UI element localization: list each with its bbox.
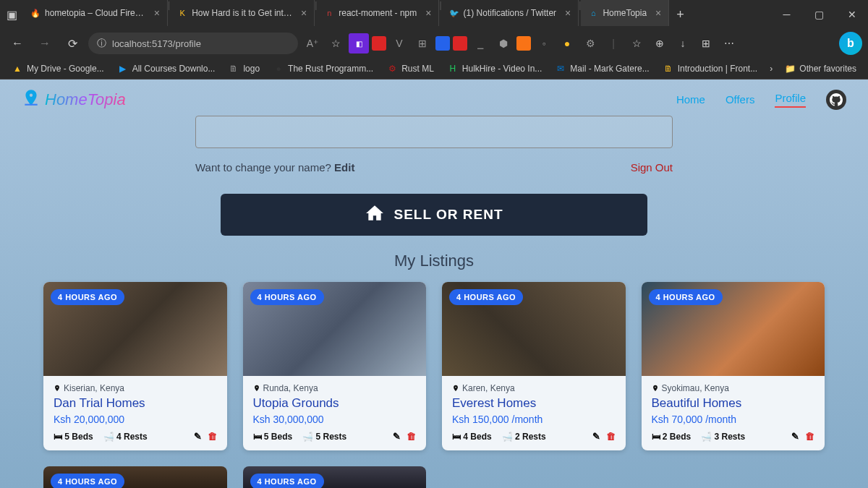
listing-card[interactable]: 4 HOURS AGO Karen, Kenya Everest Homes K… bbox=[442, 282, 626, 450]
ext-icon[interactable] bbox=[435, 36, 450, 51]
downloads-icon[interactable]: ↓ bbox=[673, 33, 693, 53]
beds-count: 🛏 5 Beds bbox=[54, 432, 93, 442]
refresh-button[interactable]: ⟳ bbox=[61, 32, 84, 55]
app-logo[interactable]: HomeTopia bbox=[22, 88, 126, 111]
listing-price: Ksh 30,000,000 bbox=[253, 414, 417, 425]
listing-card[interactable]: 4 HOURS AGO bbox=[243, 466, 427, 488]
bookmark-favicon: ▶ bbox=[117, 63, 129, 74]
edit-listing-icon[interactable]: ✎ bbox=[791, 431, 799, 442]
site-info-icon[interactable]: ⓘ bbox=[97, 37, 106, 50]
browser-tab[interactable]: ⌂HomeTopia× bbox=[581, 0, 669, 26]
window-minimize[interactable]: ─ bbox=[770, 0, 803, 29]
bookmark-item[interactable]: ▲My Drive - Google... bbox=[6, 60, 110, 77]
tab-close-icon[interactable]: × bbox=[154, 7, 160, 19]
listings-title: My Listings bbox=[394, 252, 474, 270]
bookmark-item[interactable]: ⚙Rust ML bbox=[380, 60, 440, 77]
window-close[interactable]: ✕ bbox=[835, 0, 868, 29]
sign-out-button[interactable]: Sign Out bbox=[631, 161, 673, 174]
sell-or-rent-button[interactable]: SELL OR RENT bbox=[221, 194, 647, 236]
ext-icon[interactable]: ⊞ bbox=[412, 33, 433, 53]
ext-icon[interactable]: ⬢ bbox=[493, 33, 514, 53]
tab-close-icon[interactable]: × bbox=[425, 7, 431, 19]
reader-icon[interactable]: A⁺ bbox=[302, 33, 323, 53]
listing-image: 4 HOURS AGO bbox=[243, 282, 427, 376]
favorites-icon[interactable]: ☆ bbox=[626, 33, 647, 53]
listing-image: 4 HOURS AGO bbox=[442, 282, 626, 376]
email-input[interactable] bbox=[195, 116, 673, 148]
listing-title: Everest Homes bbox=[452, 396, 616, 411]
ext-icon[interactable]: V bbox=[389, 33, 409, 53]
favorite-icon[interactable]: ☆ bbox=[326, 33, 346, 53]
tab-close-icon[interactable]: × bbox=[301, 7, 307, 19]
listing-card[interactable]: 4 HOURS AGO Runda, Kenya Utopia Grounds … bbox=[243, 282, 427, 450]
nav-offers[interactable]: Offers bbox=[726, 93, 755, 106]
browser-tab[interactable]: 🔥hometopia – Cloud Firestore× bbox=[23, 0, 168, 26]
new-tab-button[interactable]: + bbox=[669, 7, 692, 22]
bookmark-item[interactable]: ✉Mail - Mark Gatere... bbox=[549, 60, 655, 77]
collections-icon[interactable]: ⊕ bbox=[650, 33, 670, 53]
edit-listing-icon[interactable]: ✎ bbox=[194, 431, 202, 442]
tab-close-icon[interactable]: × bbox=[565, 7, 571, 19]
listing-card[interactable]: 4 HOURS AGO bbox=[43, 466, 227, 488]
ext-icon[interactable] bbox=[453, 36, 467, 51]
bookmark-label: Mail - Mark Gatere... bbox=[570, 64, 649, 74]
edit-listing-icon[interactable]: ✎ bbox=[592, 431, 600, 442]
tab-overview-icon[interactable]: ▣ bbox=[0, 3, 23, 26]
listing-card[interactable]: 4 HOURS AGO Kiserian, Kenya Dan Trial Ho… bbox=[43, 282, 227, 450]
listing-card[interactable]: 4 HOURS AGO Syokimau, Kenya Beautiful Ho… bbox=[642, 282, 825, 450]
rests-count: 🛁 3 Rests bbox=[701, 432, 745, 442]
bookmarks-bar: ▲My Drive - Google...▶All Courses Downlo… bbox=[0, 58, 868, 80]
change-name-row: Want to change your name? Edit bbox=[195, 161, 354, 174]
browser-tab[interactable]: 🐦(1) Notifications / Twitter× bbox=[442, 0, 579, 26]
window-maximize[interactable]: ▢ bbox=[803, 0, 835, 29]
tab-title: (1) Notifications / Twitter bbox=[464, 8, 556, 18]
ext-icon[interactable]: ◦ bbox=[534, 33, 554, 53]
bookmark-item[interactable]: 🗎logo bbox=[222, 60, 265, 77]
ext-icon[interactable] bbox=[516, 36, 531, 51]
bookmark-item[interactable]: HHulkHire - Video In... bbox=[441, 60, 548, 77]
bookmark-item[interactable]: 🗎Introduction | Front... bbox=[657, 60, 764, 77]
nav-home[interactable]: Home bbox=[676, 93, 705, 106]
bookmark-item[interactable]: ●The Rust Programm... bbox=[267, 60, 379, 77]
edit-listing-icon[interactable]: ✎ bbox=[393, 431, 401, 442]
ext-icon[interactable]: ⎯ bbox=[470, 33, 490, 53]
edit-name-button[interactable]: Edit bbox=[334, 161, 354, 174]
bookmark-favicon: 🗎 bbox=[663, 63, 674, 74]
time-badge: 4 HOURS AGO bbox=[51, 474, 124, 488]
listing-title: Dan Trial Homes bbox=[54, 396, 217, 411]
delete-listing-icon[interactable]: 🗑 bbox=[606, 431, 616, 442]
tab-title: How Hard is it to Get into FA bbox=[192, 8, 292, 18]
rests-count: 🛁 5 Rests bbox=[302, 432, 346, 442]
delete-listing-icon[interactable]: 🗑 bbox=[407, 431, 416, 442]
delete-listing-icon[interactable]: 🗑 bbox=[208, 431, 217, 442]
bookmark-label: logo bbox=[243, 64, 260, 74]
forward-button[interactable]: → bbox=[33, 32, 56, 55]
tab-title: hometopia – Cloud Firestore bbox=[45, 8, 145, 18]
beds-count: 🛏 2 Beds bbox=[652, 432, 692, 442]
bing-chat-button[interactable]: b bbox=[839, 32, 862, 55]
extensions-icon[interactable]: ⊞ bbox=[696, 33, 716, 53]
github-icon[interactable] bbox=[826, 90, 846, 110]
tab-close-icon[interactable]: × bbox=[655, 7, 661, 19]
bookmark-favicon: ✉ bbox=[555, 63, 566, 74]
bookmarks-overflow[interactable]: › bbox=[770, 64, 773, 74]
beds-count: 🛏 5 Beds bbox=[253, 432, 293, 442]
delete-listing-icon[interactable]: 🗑 bbox=[805, 431, 814, 442]
ext-icon[interactable]: ◧ bbox=[349, 33, 369, 53]
browser-titlebar: ▣ 🔥hometopia – Cloud Firestore×|KHow Har… bbox=[0, 0, 868, 29]
nav-profile[interactable]: Profile bbox=[775, 92, 806, 108]
other-favorites[interactable]: 📁 Other favorites bbox=[778, 60, 862, 77]
ext-icon[interactable] bbox=[372, 36, 386, 51]
time-badge: 4 HOURS AGO bbox=[51, 289, 124, 305]
bookmark-label: The Rust Programm... bbox=[288, 64, 373, 74]
browser-tab[interactable]: KHow Hard is it to Get into FA× bbox=[170, 0, 315, 26]
ext-icon[interactable]: ⚙ bbox=[580, 33, 600, 53]
bookmark-favicon: ▲ bbox=[12, 63, 23, 74]
home-icon bbox=[365, 204, 384, 226]
ext-icon[interactable]: ● bbox=[557, 33, 577, 53]
back-button[interactable]: ← bbox=[6, 32, 29, 55]
browser-tab[interactable]: nreact-moment - npm× bbox=[317, 0, 439, 26]
more-icon[interactable]: ⋯ bbox=[719, 33, 739, 53]
bookmark-item[interactable]: ▶All Courses Downlo... bbox=[111, 60, 221, 77]
url-input[interactable]: ⓘ localhost:5173/profile bbox=[88, 33, 298, 54]
